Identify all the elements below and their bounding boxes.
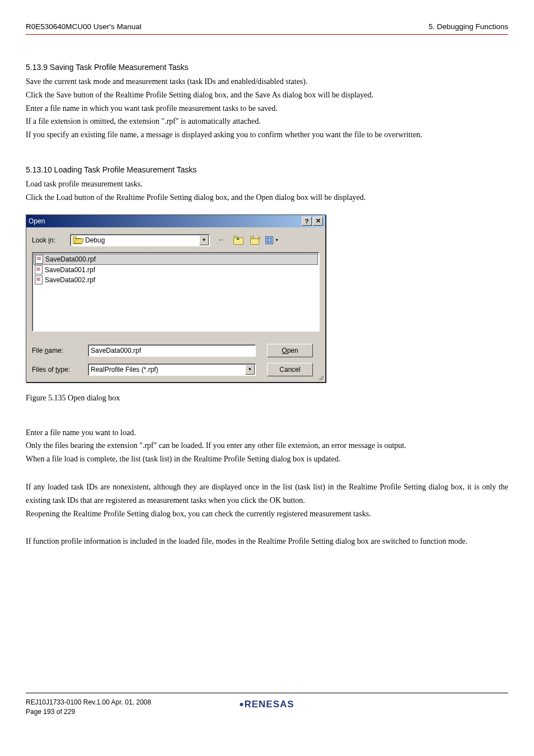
body-text: When a file load is complete, the list (…	[26, 452, 508, 466]
up-one-level-button[interactable]	[232, 234, 245, 246]
page-footer: REJ10J1733-0100 Rev.1.00 Apr. 01, 2008 P…	[26, 693, 508, 717]
cancel-button[interactable]: Cancel	[267, 363, 313, 376]
header-right: 5. Debugging Functions	[428, 22, 508, 31]
chevron-down-icon[interactable]: ▼	[245, 365, 255, 375]
look-in-label: Look in:	[32, 236, 70, 244]
body-text: If function profile information is inclu…	[26, 535, 508, 548]
footer-line-2: Page 193 of 229	[26, 707, 151, 717]
file-name-value: SaveData000.rpf	[91, 347, 141, 354]
folder-icon	[73, 236, 82, 244]
up-folder-icon	[233, 236, 243, 245]
file-icon	[35, 276, 43, 284]
body-text: Reopening the Realtime Profile Setting d…	[26, 507, 508, 521]
body-text: Click the Save button of the Realtime Pr…	[26, 88, 508, 102]
file-name: SaveData000.rpf	[45, 255, 96, 263]
page-header: R0E530640MCU00 User's Manual 5. Debuggin…	[26, 22, 508, 35]
file-list-item[interactable]: SaveData001.rpf	[34, 265, 318, 275]
section-heading-5-13-10: 5.13.10 Loading Task Profile Measurement…	[26, 165, 508, 174]
files-of-type-dropdown[interactable]: RealProfile Files (*.rpf) ▼	[88, 363, 256, 376]
header-left: R0E530640MCU00 User's Manual	[26, 22, 142, 31]
body-text: Save the current task mode and measureme…	[26, 75, 508, 88]
file-list-item[interactable]: SaveData000.rpf	[34, 254, 318, 265]
file-name: SaveData002.rpf	[45, 276, 95, 284]
file-name-input[interactable]: SaveData000.rpf	[88, 344, 256, 357]
new-folder-button[interactable]: ✶	[249, 234, 261, 246]
body-text: Load task profile measurement tasks.	[26, 178, 508, 191]
view-menu-button[interactable]: ▼	[266, 234, 278, 246]
body-text: If you specify an existing file name, a …	[26, 128, 508, 142]
files-of-type-label: Files of type:	[32, 366, 88, 374]
renesas-logo: RENESAS	[240, 699, 294, 710]
logo-dot-icon	[240, 703, 243, 706]
body-text: Enter a file name in which you want task…	[26, 102, 508, 115]
file-name: SaveData001.rpf	[45, 266, 95, 274]
section-heading-5-13-9: 5.13.9 Saving Task Profile Measurement T…	[26, 63, 508, 72]
file-icon	[35, 265, 43, 274]
new-folder-icon: ✶	[250, 236, 260, 245]
body-text: Click the Load button of the Realtime Pr…	[26, 191, 508, 204]
dialog-titlebar: Open ? ✕	[26, 215, 325, 227]
look-in-dropdown[interactable]: Debug ▼	[70, 234, 210, 246]
figure-caption: Figure 5.135 Open dialog box	[26, 394, 508, 403]
chevron-down-icon[interactable]: ▼	[199, 235, 209, 245]
files-of-type-value: RealProfile Files (*.rpf)	[91, 366, 158, 374]
file-name-label: File name:	[32, 347, 88, 354]
help-button[interactable]: ?	[302, 217, 312, 226]
body-text: Only the files bearing the extension ".r…	[26, 439, 508, 452]
body-text: Enter a file name you want to load.	[26, 426, 508, 440]
body-text: If a file extension is omitted, the exte…	[26, 115, 508, 128]
file-list[interactable]: SaveData000.rpf SaveData001.rpf SaveData…	[32, 252, 320, 332]
open-dialog: Open ? ✕ Look in: Debug ▼ ←	[26, 214, 326, 382]
back-button[interactable]: ←	[216, 234, 228, 246]
footer-line-1: REJ10J1733-0100 Rev.1.00 Apr. 01, 2008	[26, 698, 151, 707]
look-in-value: Debug	[85, 236, 105, 244]
resize-grip-icon[interactable]	[317, 374, 324, 380]
close-button[interactable]: ✕	[313, 217, 323, 226]
body-text: If any loaded task IDs are nonexistent, …	[26, 480, 508, 507]
dialog-title: Open	[29, 217, 301, 225]
view-menu-icon: ▼	[265, 236, 279, 244]
file-list-item[interactable]: SaveData002.rpf	[34, 275, 318, 285]
back-arrow-icon: ←	[217, 234, 227, 246]
file-icon	[35, 255, 43, 264]
open-button[interactable]: Open	[267, 344, 313, 357]
